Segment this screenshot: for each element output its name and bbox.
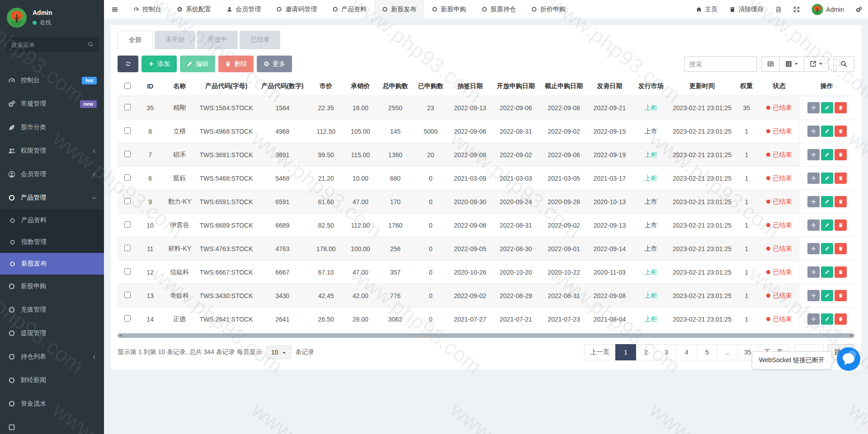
row-edit-button[interactable] bbox=[821, 290, 833, 301]
topbar-tab[interactable]: 邀请码管理 bbox=[269, 0, 325, 19]
row-checkbox[interactable] bbox=[124, 151, 131, 157]
row-edit-button[interactable] bbox=[821, 266, 833, 278]
topbar-tab[interactable]: 会员管理 bbox=[219, 0, 269, 19]
filter-tab[interactable]: 已结束 bbox=[240, 31, 280, 49]
row-checkbox[interactable] bbox=[124, 245, 131, 251]
market-cell[interactable]: 上柜 bbox=[632, 143, 670, 167]
market-cell[interactable]: 上柜 bbox=[632, 96, 670, 120]
topbar-tab[interactable]: 产品资料 bbox=[325, 0, 374, 19]
export-button[interactable] bbox=[804, 56, 829, 72]
row-delete-button[interactable] bbox=[835, 290, 847, 301]
row-edit-button[interactable] bbox=[821, 126, 833, 137]
sidebar-item[interactable]: 新股申购 bbox=[0, 275, 104, 298]
sidebar-subitem[interactable]: 产品资料 bbox=[0, 210, 104, 231]
sidebar-item[interactable]: 资金流水 bbox=[0, 392, 104, 415]
row-delete-button[interactable] bbox=[835, 196, 847, 207]
pagination-button[interactable]: 4 bbox=[676, 344, 697, 360]
row-edit-button[interactable] bbox=[821, 196, 833, 207]
row-checkbox[interactable] bbox=[124, 292, 131, 298]
detail-view-button[interactable] bbox=[761, 56, 780, 72]
row-edit-button[interactable] bbox=[821, 173, 833, 184]
row-checkbox[interactable] bbox=[124, 198, 131, 204]
move-button[interactable] bbox=[807, 243, 820, 254]
column-header[interactable]: 权重 bbox=[734, 77, 759, 96]
row-delete-button[interactable] bbox=[835, 102, 847, 113]
avatar[interactable] bbox=[6, 7, 27, 28]
move-button[interactable] bbox=[807, 313, 820, 325]
settings-gears-icon[interactable] bbox=[850, 0, 868, 19]
column-header[interactable]: 操作 bbox=[799, 77, 854, 96]
sidebar-subitem[interactable]: 新股发布 bbox=[0, 253, 104, 275]
add-button[interactable]: 添加 bbox=[142, 56, 177, 72]
sidebar-item[interactable]: 持仓列表 bbox=[0, 345, 104, 369]
market-cell[interactable]: 上市 bbox=[632, 214, 670, 237]
column-header[interactable]: 发劵日期 bbox=[588, 77, 631, 96]
pagination-button[interactable]: 1 bbox=[615, 344, 636, 360]
row-checkbox[interactable] bbox=[124, 127, 131, 134]
column-header[interactable]: 发行市场 bbox=[632, 77, 670, 96]
horizontal-scrollbar[interactable] bbox=[118, 333, 854, 338]
row-delete-button[interactable] bbox=[835, 149, 847, 160]
topbar-tab[interactable]: 股票持仓 bbox=[474, 0, 524, 19]
column-header[interactable]: 产品代码(字母) bbox=[196, 77, 256, 96]
market-cell[interactable]: 上柜 bbox=[632, 167, 670, 190]
row-checkbox[interactable] bbox=[124, 174, 131, 181]
sidebar-item[interactable]: 控制台hot bbox=[0, 69, 104, 92]
filter-tab[interactable]: 开放中 bbox=[197, 31, 238, 49]
column-header[interactable]: 承销价 bbox=[343, 77, 377, 96]
pagination-button[interactable]: 上一页 bbox=[584, 344, 616, 360]
column-header[interactable]: 已申购数 bbox=[413, 77, 448, 96]
refresh-button[interactable] bbox=[118, 56, 138, 72]
column-header[interactable]: 状态 bbox=[759, 77, 799, 96]
home-link[interactable]: 主页 bbox=[690, 0, 723, 19]
move-button[interactable] bbox=[807, 290, 820, 301]
sidebar-item[interactable] bbox=[0, 415, 104, 434]
table-search-input[interactable] bbox=[684, 56, 757, 72]
column-header[interactable]: 截止申购日期 bbox=[540, 77, 588, 96]
market-cell[interactable]: 上市 bbox=[632, 120, 670, 143]
sidebar-subitem[interactable]: 指数管理 bbox=[0, 231, 104, 253]
market-cell[interactable]: 上柜 bbox=[632, 308, 670, 331]
pagination-button[interactable]: 3 bbox=[656, 344, 677, 360]
sidebar-item[interactable]: 充值管理 bbox=[0, 298, 104, 322]
move-button[interactable] bbox=[807, 102, 820, 113]
column-header[interactable]: ID bbox=[137, 77, 163, 96]
row-delete-button[interactable] bbox=[835, 266, 847, 278]
column-header[interactable]: 更新时间 bbox=[670, 77, 734, 96]
row-checkbox[interactable] bbox=[124, 104, 131, 110]
search-button[interactable] bbox=[833, 56, 854, 72]
row-edit-button[interactable] bbox=[821, 102, 833, 113]
filter-tab[interactable]: 未开始 bbox=[155, 31, 195, 49]
clear-cache-link[interactable]: 清除缓存 bbox=[723, 0, 769, 19]
fullscreen-icon[interactable] bbox=[788, 0, 806, 19]
row-checkbox[interactable] bbox=[124, 268, 131, 275]
move-button[interactable] bbox=[807, 126, 820, 137]
row-delete-button[interactable] bbox=[835, 173, 847, 184]
user-menu[interactable]: Admin bbox=[806, 0, 850, 19]
filter-tab[interactable]: 全部 bbox=[118, 31, 153, 49]
row-edit-button[interactable] bbox=[821, 313, 833, 325]
row-delete-button[interactable] bbox=[835, 243, 847, 254]
pagination-button[interactable]: 5 bbox=[697, 344, 717, 360]
column-header[interactable]: 开放申购日期 bbox=[492, 77, 540, 96]
edit-button[interactable]: 编辑 bbox=[180, 56, 215, 72]
column-header[interactable]: 产品代码(数字) bbox=[256, 77, 309, 96]
sidebar-item[interactable]: 产品管理 bbox=[0, 186, 104, 210]
sidebar-item[interactable]: 常规管理new bbox=[0, 92, 104, 116]
columns-button[interactable] bbox=[779, 56, 804, 72]
topbar-tab[interactable]: 折价申购 bbox=[524, 0, 573, 19]
market-cell[interactable]: 上柜 bbox=[632, 261, 670, 284]
topbar-tab[interactable]: 系统配置 bbox=[169, 0, 219, 19]
topbar-tab[interactable]: 新股申购 bbox=[424, 0, 474, 19]
move-button[interactable] bbox=[807, 196, 820, 207]
page-size-select[interactable]: 10 bbox=[266, 345, 292, 359]
column-header[interactable]: 总申购数 bbox=[377, 77, 413, 96]
market-cell[interactable]: 上市 bbox=[632, 190, 670, 214]
column-header[interactable]: 名称 bbox=[163, 77, 196, 96]
delete-button[interactable]: 删除 bbox=[218, 56, 254, 72]
row-edit-button[interactable] bbox=[821, 243, 833, 254]
document-icon[interactable] bbox=[769, 0, 788, 19]
pagination-button[interactable]: ... bbox=[717, 344, 738, 360]
row-checkbox[interactable] bbox=[124, 315, 131, 322]
market-cell[interactable]: 上柜 bbox=[632, 284, 670, 308]
